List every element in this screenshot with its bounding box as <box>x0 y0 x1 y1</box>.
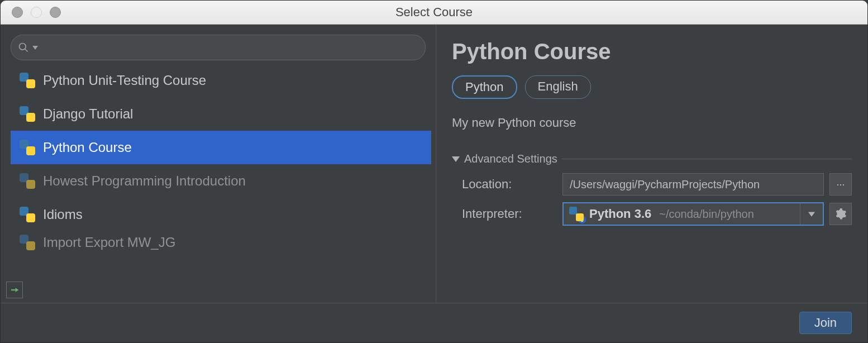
ellipsis-icon: ··· <box>836 179 845 190</box>
search-input-wrapper[interactable] <box>11 35 426 60</box>
tag-language[interactable]: Python <box>452 75 517 99</box>
course-item-selected[interactable]: Python Course <box>11 131 431 164</box>
location-row: Location: /Users/waggi/PycharmProjects/P… <box>452 173 852 196</box>
combo-arrow[interactable] <box>800 203 823 225</box>
python-icon <box>20 235 35 250</box>
course-title: Python Course <box>452 39 852 64</box>
location-field[interactable]: /Users/waggi/PycharmProjects/Python <box>562 173 824 196</box>
search-input[interactable] <box>41 41 418 55</box>
python-icon <box>20 106 35 122</box>
svg-marker-2 <box>32 46 38 50</box>
course-label: Python Course <box>43 140 132 155</box>
window-title: Select Course <box>1 5 867 20</box>
svg-marker-4 <box>808 212 815 216</box>
advanced-settings-header[interactable]: Advanced Settings <box>452 153 852 165</box>
interpreter-path: ~/conda/bin/python <box>659 208 754 221</box>
import-icon <box>9 285 20 295</box>
join-button[interactable]: Join <box>799 312 852 334</box>
course-label: Django Tutorial <box>43 106 133 122</box>
select-course-window: Select Course Python Unit-Testing Course… <box>0 0 868 343</box>
chevron-down-icon <box>32 45 38 50</box>
tag-human-language[interactable]: English <box>525 75 591 99</box>
course-label: Idioms <box>43 207 83 222</box>
minimize-window-icon[interactable] <box>31 7 42 18</box>
dialog-body: Python Unit-Testing Course Django Tutori… <box>1 25 867 303</box>
python-icon <box>20 207 35 222</box>
maximize-window-icon[interactable] <box>50 7 61 18</box>
interpreter-label: Interpreter: <box>452 207 557 221</box>
python-icon <box>20 140 35 155</box>
chevron-down-icon <box>452 156 460 162</box>
dialog-footer: Join <box>1 303 867 342</box>
course-item[interactable]: Python Unit-Testing Course <box>11 64 431 97</box>
course-description: My new Python course <box>452 116 852 130</box>
titlebar: Select Course <box>1 1 867 25</box>
browse-location-button[interactable]: ··· <box>829 173 852 196</box>
interpreter-row: Interpreter: c Python 3.6 ~/conda/bin/py… <box>452 202 852 226</box>
interpreter-name: Python 3.6 <box>589 207 651 221</box>
course-item[interactable]: Idioms <box>11 198 431 231</box>
course-details-panel: Python Course Python English My new Pyth… <box>436 25 867 303</box>
gear-icon <box>834 208 847 220</box>
window-controls <box>1 7 61 18</box>
course-item[interactable]: Howest Programming Introduction <box>11 164 431 198</box>
tag-row: Python English <box>452 75 852 99</box>
interpreter-settings-button[interactable] <box>829 203 852 225</box>
course-list-panel: Python Unit-Testing Course Django Tutori… <box>1 25 436 303</box>
course-label: Import Export MW_JG <box>43 235 175 250</box>
location-value: /Users/waggi/PycharmProjects/Python <box>570 178 760 191</box>
close-window-icon[interactable] <box>12 7 23 18</box>
search-icon <box>18 42 29 53</box>
import-course-button[interactable] <box>6 282 23 298</box>
svg-point-0 <box>20 44 26 50</box>
python-conda-icon: c <box>569 207 584 221</box>
course-label: Python Unit-Testing Course <box>43 73 206 88</box>
divider <box>562 159 852 159</box>
course-list: Python Unit-Testing Course Django Tutori… <box>11 64 431 298</box>
course-label: Howest Programming Introduction <box>43 173 246 189</box>
chevron-down-icon <box>808 211 815 217</box>
advanced-settings-label: Advanced Settings <box>464 153 557 165</box>
python-icon <box>20 73 35 88</box>
python-icon <box>20 173 35 189</box>
course-item[interactable]: Import Export MW_JG <box>11 231 431 254</box>
location-label: Location: <box>452 177 557 192</box>
interpreter-combo[interactable]: c Python 3.6 ~/conda/bin/python <box>562 202 824 226</box>
svg-line-1 <box>25 49 28 52</box>
svg-marker-3 <box>16 288 19 292</box>
course-item[interactable]: Django Tutorial <box>11 97 431 131</box>
